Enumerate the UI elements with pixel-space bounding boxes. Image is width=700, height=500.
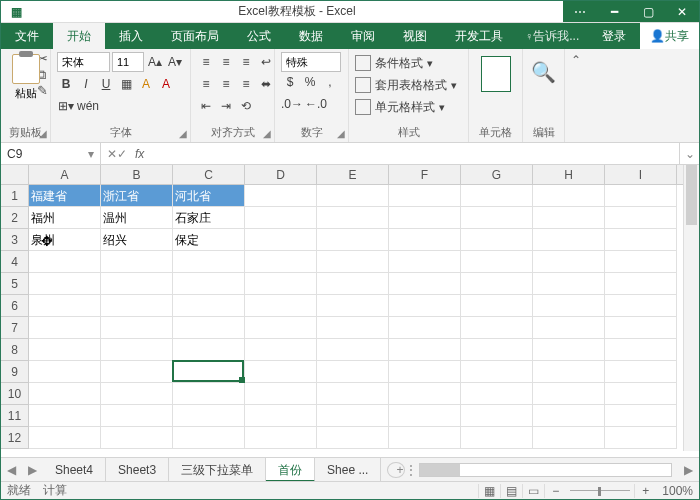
cell-G1[interactable] <box>461 185 533 207</box>
cell-I7[interactable] <box>605 317 677 339</box>
scrollbar-thumb[interactable] <box>686 165 697 225</box>
col-head-F[interactable]: F <box>389 165 461 184</box>
cell-H10[interactable] <box>533 383 605 405</box>
cell-E12[interactable] <box>317 427 389 449</box>
tab-review[interactable]: 审阅 <box>337 23 389 49</box>
cell-E1[interactable] <box>317 185 389 207</box>
tab-view[interactable]: 视图 <box>389 23 441 49</box>
cell-H4[interactable] <box>533 251 605 273</box>
cell-A5[interactable] <box>29 273 101 295</box>
tab-nav-next-icon[interactable]: ▶ <box>22 463 43 477</box>
cell-E3[interactable] <box>317 229 389 251</box>
cell-A2[interactable]: 福州 <box>29 207 101 229</box>
col-head-I[interactable]: I <box>605 165 677 184</box>
cell-I11[interactable] <box>605 405 677 427</box>
cell-E6[interactable] <box>317 295 389 317</box>
name-box[interactable]: C9▾ <box>1 143 101 164</box>
cell-F8[interactable] <box>389 339 461 361</box>
cell-I6[interactable] <box>605 295 677 317</box>
collapse-ribbon-icon[interactable]: ⌃ <box>565 49 587 142</box>
cell-D9[interactable] <box>245 361 317 383</box>
phonetic-button[interactable]: wén <box>77 96 99 116</box>
cell-B10[interactable] <box>101 383 173 405</box>
cell-C2[interactable]: 石家庄 <box>173 207 245 229</box>
cell-F5[interactable] <box>389 273 461 295</box>
cell-F10[interactable] <box>389 383 461 405</box>
cell-A12[interactable] <box>29 427 101 449</box>
tab-nav-prev-icon[interactable]: ◀ <box>1 463 22 477</box>
tab-insert[interactable]: 插入 <box>105 23 157 49</box>
cell-B2[interactable]: 温州 <box>101 207 173 229</box>
view-layout-icon[interactable]: ▤ <box>500 484 522 498</box>
cell-E2[interactable] <box>317 207 389 229</box>
view-normal-icon[interactable]: ▦ <box>478 484 500 498</box>
align-right-icon[interactable]: ≡ <box>237 74 255 94</box>
close-button[interactable]: ✕ <box>665 1 699 22</box>
col-head-B[interactable]: B <box>101 165 173 184</box>
row-head-4[interactable]: 4 <box>1 251 29 273</box>
maximize-button[interactable]: ▢ <box>631 1 665 22</box>
wrap-text-icon[interactable]: ↩ <box>257 52 275 72</box>
cells-icon[interactable] <box>481 56 511 92</box>
cancel-icon[interactable]: ✕ <box>107 147 117 161</box>
cell-E7[interactable] <box>317 317 389 339</box>
cell-C11[interactable] <box>173 405 245 427</box>
cell-A11[interactable] <box>29 405 101 427</box>
tab-file[interactable]: 文件 <box>1 23 53 49</box>
col-head-E[interactable]: E <box>317 165 389 184</box>
conditional-format-button[interactable]: 条件格式 ▾ <box>355 52 462 74</box>
row-head-2[interactable]: 2 <box>1 207 29 229</box>
cell-H1[interactable] <box>533 185 605 207</box>
cell-A4[interactable] <box>29 251 101 273</box>
row-head-7[interactable]: 7 <box>1 317 29 339</box>
cell-D11[interactable] <box>245 405 317 427</box>
col-head-C[interactable]: C <box>173 165 245 184</box>
cell-G5[interactable] <box>461 273 533 295</box>
row-head-9[interactable]: 9 <box>1 361 29 383</box>
align-bot-icon[interactable]: ≡ <box>237 52 255 72</box>
cell-C3[interactable]: 保定 <box>173 229 245 251</box>
hscroll-right-icon[interactable]: ▶ <box>678 463 699 477</box>
paste-label[interactable]: 粘贴 <box>15 86 37 101</box>
cell-I5[interactable] <box>605 273 677 295</box>
cell-D12[interactable] <box>245 427 317 449</box>
cell-C6[interactable] <box>173 295 245 317</box>
formula-bar[interactable]: ✕ ✓fx <box>101 143 679 164</box>
view-break-icon[interactable]: ▭ <box>522 484 544 498</box>
cell-E11[interactable] <box>317 405 389 427</box>
currency-icon[interactable]: $ <box>281 72 299 92</box>
cell-I1[interactable] <box>605 185 677 207</box>
cell-C1[interactable]: 河北省 <box>173 185 245 207</box>
cell-D4[interactable] <box>245 251 317 273</box>
fill-color-button[interactable]: A <box>137 74 155 94</box>
cell-A9[interactable] <box>29 361 101 383</box>
number-format-select[interactable]: 特殊 <box>281 52 341 72</box>
format-table-button[interactable]: 套用表格格式 ▾ <box>355 74 462 96</box>
cell-F2[interactable] <box>389 207 461 229</box>
cell-G6[interactable] <box>461 295 533 317</box>
row-head-1[interactable]: 1 <box>1 185 29 207</box>
cell-B1[interactable]: 浙江省 <box>101 185 173 207</box>
cell-E5[interactable] <box>317 273 389 295</box>
cell-C7[interactable] <box>173 317 245 339</box>
tab-home[interactable]: 开始 <box>53 23 105 49</box>
row-head-8[interactable]: 8 <box>1 339 29 361</box>
row-head-12[interactable]: 12 <box>1 427 29 449</box>
cell-B12[interactable] <box>101 427 173 449</box>
cell-B11[interactable] <box>101 405 173 427</box>
cell-D8[interactable] <box>245 339 317 361</box>
cell-G10[interactable] <box>461 383 533 405</box>
cell-F12[interactable] <box>389 427 461 449</box>
cell-A7[interactable] <box>29 317 101 339</box>
comma-icon[interactable]: , <box>321 72 339 92</box>
cell-A8[interactable] <box>29 339 101 361</box>
col-head-H[interactable]: H <box>533 165 605 184</box>
zoom-slider[interactable] <box>570 490 630 491</box>
clipboard-launcher-icon[interactable]: ◢ <box>39 128 47 139</box>
login-button[interactable]: 登录 <box>588 23 640 49</box>
dec-decimal-icon[interactable]: ←.0 <box>305 94 327 114</box>
cell-G7[interactable] <box>461 317 533 339</box>
cell-B8[interactable] <box>101 339 173 361</box>
zoom-in-button[interactable]: + <box>634 484 656 498</box>
cell-D2[interactable] <box>245 207 317 229</box>
